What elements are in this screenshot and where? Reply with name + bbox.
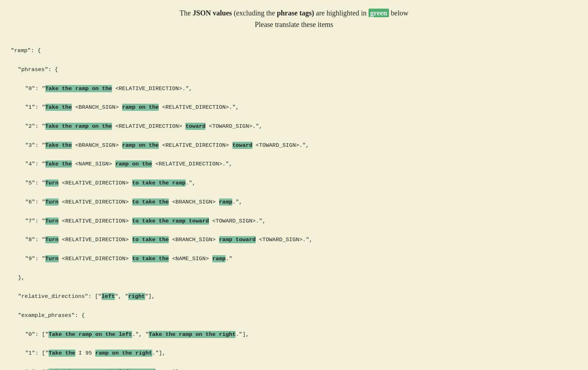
header-bold2: phrase tags) — [277, 9, 314, 17]
header-suffix: are highlighted in — [316, 9, 369, 17]
header: The JSON values (excluding the phrase ta… — [11, 7, 577, 30]
header-mid: (excluding the — [234, 9, 277, 17]
header-bold1: JSON values — [193, 9, 232, 17]
header-green-badge: green — [369, 9, 389, 17]
header-prefix: The — [180, 9, 193, 17]
header-end: below — [391, 9, 408, 17]
code-block: "ramp": { "phrases": { "0": "Take the ra… — [11, 37, 577, 370]
header-line2: Please translate these items — [11, 19, 577, 30]
header-line1: The JSON values (excluding the phrase ta… — [11, 7, 577, 19]
